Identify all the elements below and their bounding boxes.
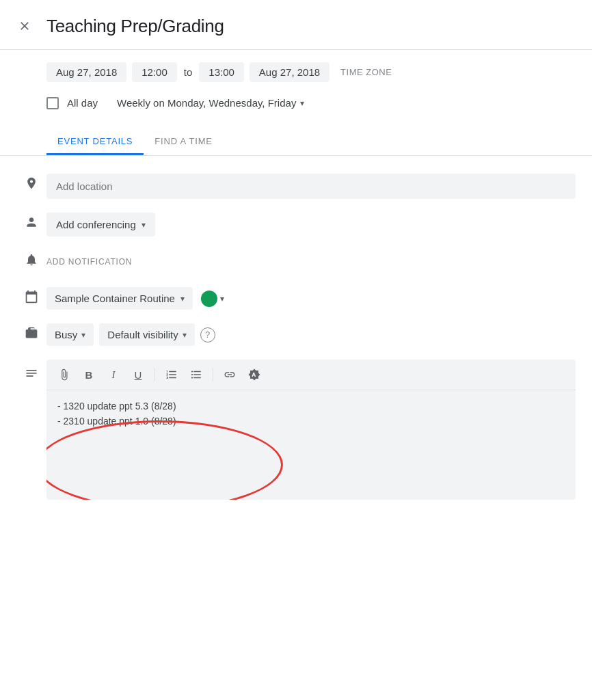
notification-icon-col bbox=[16, 250, 46, 267]
notification-icon bbox=[25, 253, 38, 267]
visibility-chevron-icon: ▾ bbox=[183, 330, 187, 340]
form-body: Add conferencing ▾ ADD NOTIFICATION Samp… bbox=[0, 156, 592, 511]
timezone-button[interactable]: TIME ZONE bbox=[335, 63, 397, 81]
status-chevron-icon: ▾ bbox=[81, 330, 85, 340]
red-circle-annotation bbox=[46, 420, 283, 500]
conferencing-icon-col bbox=[16, 213, 46, 229]
allday-row: All day Weekly on Monday, Wednesday, Fri… bbox=[0, 88, 592, 122]
briefcase-icon bbox=[25, 326, 38, 340]
conferencing-label: Add conferencing bbox=[56, 219, 136, 230]
description-row: B I U bbox=[16, 353, 576, 500]
editor-toolbar: B I U bbox=[46, 360, 576, 390]
clear-format-button[interactable] bbox=[243, 364, 265, 386]
tab-event-details[interactable]: EVENT DETAILS bbox=[46, 128, 144, 155]
status-field-col: Busy ▾ Default visibility ▾ ? bbox=[46, 323, 576, 346]
location-field-col bbox=[46, 174, 576, 199]
description-editor: B I U bbox=[46, 360, 576, 500]
start-time-button[interactable]: 12:00 bbox=[132, 62, 177, 82]
conferencing-chevron-icon: ▾ bbox=[142, 220, 146, 230]
visibility-value: Default visibility bbox=[107, 329, 178, 340]
description-line2: - 2310 update ppt 1.0 (8/28) bbox=[57, 414, 565, 429]
color-chevron-icon[interactable]: ▾ bbox=[220, 294, 224, 304]
tab-find-a-time[interactable]: FIND A TIME bbox=[144, 128, 223, 155]
allday-label: All day bbox=[67, 97, 98, 109]
tabs-row: EVENT DETAILS FIND A TIME bbox=[0, 128, 592, 156]
calendar-row: Sample Container Routine ▾ ▾ bbox=[16, 280, 576, 317]
calendar-dropdown[interactable]: Sample Container Routine ▾ bbox=[46, 287, 193, 310]
recurrence-value: Weekly on Monday, Wednesday, Friday bbox=[117, 97, 296, 109]
calendar-name: Sample Container Routine bbox=[55, 293, 175, 304]
calendar-chevron-icon: ▾ bbox=[180, 294, 185, 304]
description-icon-col bbox=[16, 360, 46, 380]
description-line1: - 1320 update ppt 5.3 (8/28) bbox=[57, 399, 565, 414]
notification-field-col: ADD NOTIFICATION bbox=[46, 250, 576, 273]
italic-button[interactable]: I bbox=[103, 364, 124, 386]
bold-button[interactable]: B bbox=[78, 364, 100, 386]
unordered-list-button[interactable] bbox=[185, 364, 207, 386]
datetime-row: Aug 27, 2018 12:00 to 13:00 Aug 27, 2018… bbox=[0, 50, 592, 88]
location-icon bbox=[25, 176, 38, 190]
calendar-icon bbox=[25, 290, 38, 304]
attach-button[interactable] bbox=[53, 364, 75, 386]
underline-button[interactable]: U bbox=[127, 364, 149, 386]
notification-row: ADD NOTIFICATION bbox=[16, 243, 576, 280]
conferencing-row: Add conferencing ▾ bbox=[16, 206, 576, 243]
close-button[interactable] bbox=[11, 12, 38, 40]
allday-checkbox[interactable] bbox=[46, 97, 59, 109]
recurrence-dropdown[interactable]: Weekly on Monday, Wednesday, Friday ▾ bbox=[110, 93, 311, 113]
calendar-color-dot[interactable] bbox=[201, 291, 217, 307]
recurrence-chevron-icon: ▾ bbox=[300, 98, 304, 108]
start-date-button[interactable]: Aug 27, 2018 bbox=[46, 62, 126, 82]
help-icon[interactable]: ? bbox=[200, 327, 215, 342]
calendar-field-col: Sample Container Routine ▾ ▾ bbox=[46, 287, 576, 310]
status-value: Busy bbox=[55, 329, 77, 340]
conferencing-field-col: Add conferencing ▾ bbox=[46, 213, 576, 237]
notification-label[interactable]: ADD NOTIFICATION bbox=[46, 250, 132, 273]
ordered-list-button[interactable] bbox=[161, 364, 183, 386]
editor-content-area[interactable]: - 1320 update ppt 5.3 (8/28) - 2310 upda… bbox=[46, 390, 576, 500]
location-input[interactable] bbox=[46, 174, 576, 199]
conferencing-button[interactable]: Add conferencing ▾ bbox=[46, 213, 155, 237]
toolbar-divider-2 bbox=[213, 368, 213, 381]
conferencing-icon bbox=[25, 215, 38, 229]
event-title: Teaching Prep/Grading bbox=[46, 16, 224, 37]
end-date-button[interactable]: Aug 27, 2018 bbox=[250, 62, 329, 82]
description-field-col: B I U bbox=[46, 360, 576, 500]
toolbar-divider-1 bbox=[154, 368, 155, 381]
status-icon-col bbox=[16, 323, 46, 340]
location-icon-col bbox=[16, 174, 46, 190]
to-label: to bbox=[183, 66, 194, 78]
link-button[interactable] bbox=[219, 364, 241, 386]
status-dropdown[interactable]: Busy ▾ bbox=[46, 323, 94, 346]
location-row bbox=[16, 167, 576, 206]
end-time-button[interactable]: 13:00 bbox=[199, 62, 244, 82]
visibility-dropdown[interactable]: Default visibility ▾ bbox=[99, 323, 194, 346]
event-header: Teaching Prep/Grading bbox=[0, 0, 592, 50]
status-row: Busy ▾ Default visibility ▾ ? bbox=[16, 317, 576, 353]
description-icon bbox=[25, 366, 38, 380]
color-selector: ▾ bbox=[201, 291, 224, 307]
calendar-icon-col bbox=[16, 287, 46, 304]
